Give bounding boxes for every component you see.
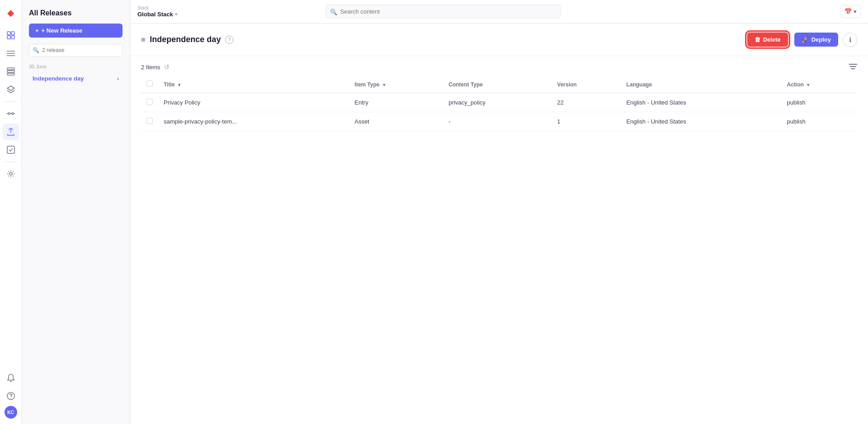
svg-rect-0: [7, 32, 10, 35]
main-content: Stack Global Stack ▾ 🔍 📅 ▾ ≡ Independenc…: [130, 0, 868, 424]
row-title-1[interactable]: sample-privacy-policy-tem...: [158, 112, 349, 131]
row-language-1: English - United States: [621, 112, 781, 131]
select-all-checkbox[interactable]: [146, 81, 153, 87]
page-help-icon[interactable]: ?: [225, 36, 233, 44]
icon-sidebar: ◆: [0, 0, 22, 424]
deploy-label: Deploy: [811, 36, 831, 43]
divider-1: [5, 101, 17, 102]
global-search-bar: 🔍: [326, 5, 561, 19]
release-item-label: Independence day: [33, 75, 84, 82]
row-version-1: 1: [552, 112, 621, 131]
nav-bell[interactable]: [3, 370, 19, 386]
row-content-type-0: privacy_policy: [443, 93, 552, 112]
col-title[interactable]: Title ▾: [158, 76, 349, 93]
svg-point-19: [10, 398, 11, 399]
col-content-type: Content Type: [443, 76, 552, 93]
releases-search-box: 🔍: [29, 44, 123, 57]
calendar-button[interactable]: 📅 ▾: [840, 5, 861, 18]
svg-point-12: [12, 113, 14, 114]
col-item-type[interactable]: Item Type ▾: [349, 76, 443, 93]
new-release-label: + New Release: [42, 27, 83, 34]
row-checkbox-0[interactable]: [146, 99, 153, 105]
topbar-right: 📅 ▾: [840, 5, 861, 18]
chevron-down-icon: ▾: [854, 8, 857, 15]
delete-btn-highlight: 🗑 Delete: [745, 31, 790, 48]
svg-marker-10: [7, 86, 14, 91]
delete-button[interactable]: 🗑 Delete: [747, 33, 788, 47]
plus-icon: +: [35, 27, 39, 34]
refresh-icon[interactable]: ↺: [164, 63, 170, 71]
nav-schema[interactable]: [3, 63, 19, 80]
row-checkbox-1[interactable]: [146, 118, 153, 124]
table-row: sample-privacy-policy-tem... Asset - 1 E…: [141, 112, 857, 131]
svg-rect-3: [11, 36, 14, 39]
topbar: Stack Global Stack ▾ 🔍 📅 ▾: [130, 0, 868, 24]
nav-upload[interactable]: [3, 124, 19, 140]
user-avatar[interactable]: KC: [5, 406, 17, 419]
item-type-sort-icon: ▾: [383, 82, 385, 87]
page-title: Independence day: [150, 35, 221, 44]
row-item-type-1: Asset: [349, 112, 443, 131]
table-area: 2 Items ↺ Title ▾: [130, 56, 868, 424]
table-row: Privacy Policy Entry privacy_policy 22 E…: [141, 93, 857, 112]
new-release-button[interactable]: + + New Release: [29, 24, 123, 38]
svg-rect-9: [7, 73, 14, 75]
nav-layers[interactable]: [3, 81, 19, 98]
row-content-type-1: -: [443, 112, 552, 131]
svg-rect-16: [7, 146, 14, 153]
hamburger-icon[interactable]: ≡: [141, 36, 145, 44]
stack-info: Stack Global Stack ▾: [137, 5, 177, 18]
items-count: 2 Items: [141, 64, 160, 71]
chevron-down-icon: ▾: [175, 12, 177, 17]
page-header: ≡ Independence day ? 🗑 Delete 🚀 Deploy ℹ: [130, 24, 868, 56]
items-count-row: 2 Items ↺: [141, 63, 857, 71]
row-checkbox-cell: [141, 112, 158, 131]
row-checkbox-cell: [141, 93, 158, 112]
releases-table: Title ▾ Item Type ▾ Content Type Version…: [141, 76, 857, 131]
global-search-input[interactable]: [326, 5, 561, 19]
sidebar-bottom-icons: KC: [3, 370, 19, 419]
title-sort-icon: ▾: [178, 82, 180, 87]
deploy-button[interactable]: 🚀 Deploy: [794, 33, 838, 47]
nav-dashboard[interactable]: [3, 27, 19, 43]
row-version-0: 22: [552, 93, 621, 112]
nav-settings[interactable]: [3, 166, 19, 182]
nav-help[interactable]: [3, 388, 19, 404]
row-item-type-0: Entry: [349, 93, 443, 112]
stack-name[interactable]: Global Stack ▾: [137, 11, 177, 18]
row-title-0[interactable]: Privacy Policy: [158, 93, 349, 112]
svg-rect-2: [7, 36, 10, 39]
chevron-right-icon: ›: [117, 76, 119, 82]
release-item-independence-day[interactable]: Independence day ›: [29, 72, 123, 85]
page-header-left: ≡ Independence day ?: [141, 35, 233, 44]
nav-list[interactable]: [3, 45, 19, 62]
nav-signals[interactable]: [3, 105, 19, 122]
svg-rect-1: [11, 32, 14, 35]
releases-sidebar: All Releases + + New Release 🔍 30 June I…: [22, 0, 130, 424]
info-button[interactable]: ℹ: [843, 33, 857, 47]
header-actions: 🗑 Delete 🚀 Deploy ℹ: [745, 31, 857, 48]
filter-icon[interactable]: [849, 63, 857, 71]
calendar-icon: 📅: [844, 8, 852, 15]
stack-label: Stack: [137, 5, 177, 11]
svg-rect-7: [7, 68, 14, 70]
delete-label: Delete: [763, 36, 781, 43]
date-group-label: 30 June: [29, 64, 123, 69]
nav-tasks[interactable]: [3, 142, 19, 158]
svg-rect-8: [7, 71, 14, 72]
col-action[interactable]: Action ▾: [782, 76, 857, 93]
col-language: Language: [621, 76, 781, 93]
action-sort-icon: ▾: [807, 82, 809, 87]
svg-point-11: [8, 113, 10, 114]
app-logo[interactable]: ◆: [4, 5, 18, 20]
sidebar-title: All Releases: [29, 9, 123, 17]
releases-search-input[interactable]: [29, 44, 123, 57]
search-icon: 🔍: [330, 8, 337, 15]
svg-point-17: [9, 172, 12, 175]
row-language-0: English - United States: [621, 93, 781, 112]
col-version: Version: [552, 76, 621, 93]
delete-icon: 🗑: [755, 36, 760, 43]
svg-point-18: [7, 392, 14, 400]
row-action-0: publish: [782, 93, 857, 112]
deploy-icon: 🚀: [802, 36, 809, 43]
